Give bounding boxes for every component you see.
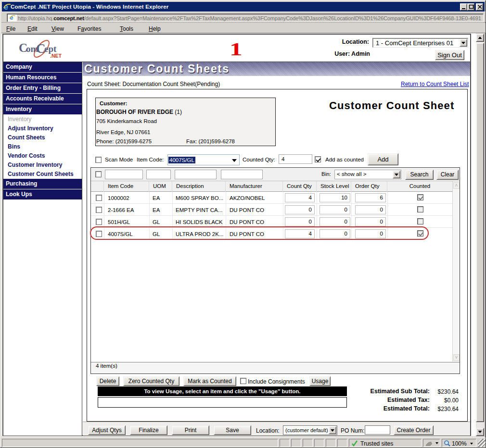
svg-text:.NET: .NET	[50, 53, 62, 59]
